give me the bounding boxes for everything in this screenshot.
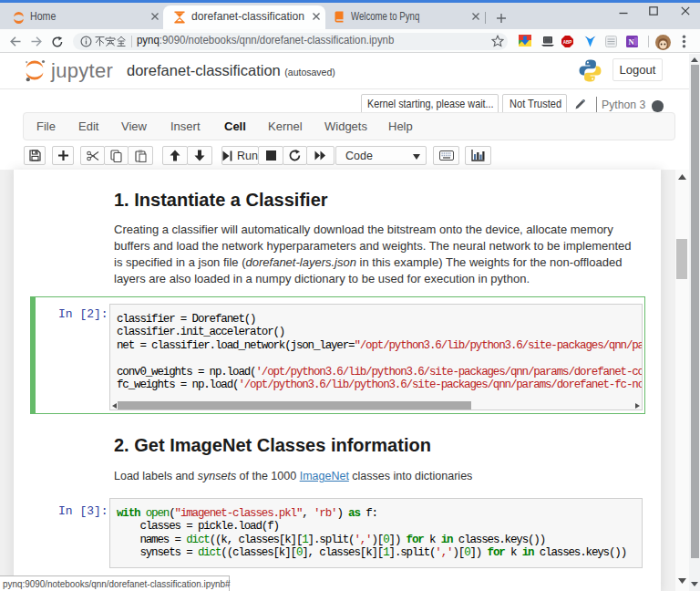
svg-text:ABP: ABP	[563, 40, 572, 45]
svg-text:N: N	[628, 37, 634, 47]
